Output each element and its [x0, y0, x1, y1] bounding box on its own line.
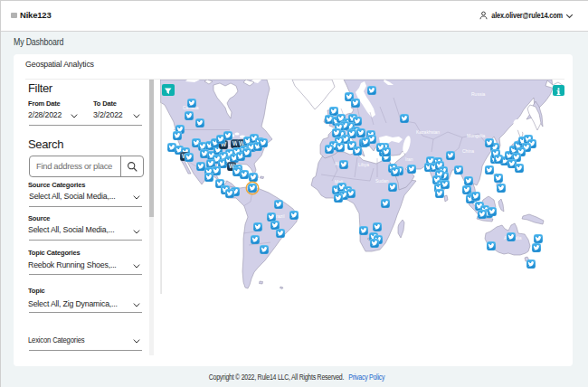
svg-text:Libya: Libya: [358, 162, 369, 167]
svg-text:Russia: Russia: [471, 91, 486, 97]
svg-text:Kazakhstan: Kazakhstan: [416, 129, 440, 135]
svg-text:Sudan: Sudan: [375, 178, 389, 184]
svg-text:Mongolia: Mongolia: [467, 133, 486, 138]
svg-text:China: China: [462, 148, 474, 154]
svg-text:Iran: Iran: [405, 156, 413, 162]
